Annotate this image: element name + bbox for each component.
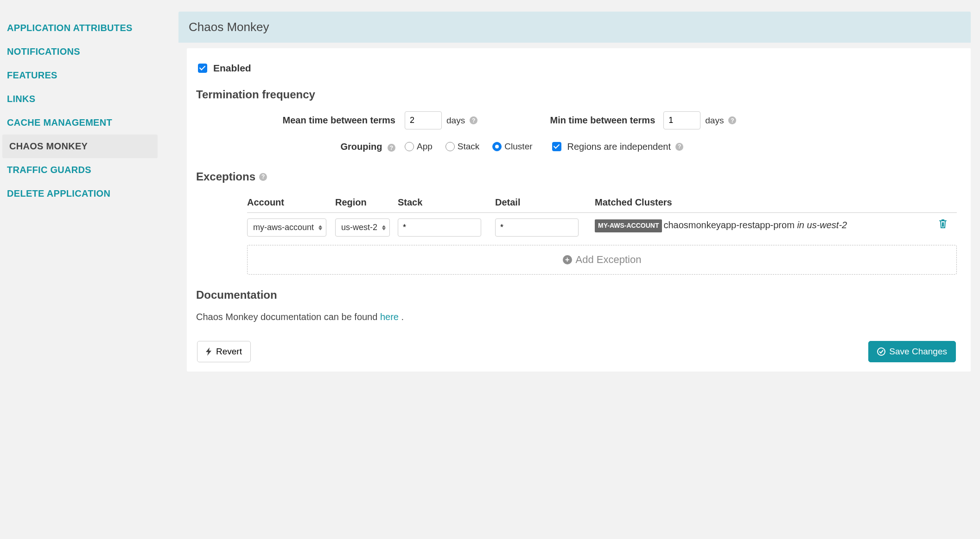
termination-frequency-heading: Termination frequency xyxy=(196,88,957,101)
sidebar-item-links[interactable]: LINKS xyxy=(0,87,169,111)
exception-row: my-aws-account us-west-2 xyxy=(247,213,957,242)
documentation-text: Chaos Monkey documentation can be found … xyxy=(196,312,957,322)
sidebar-item-features[interactable]: FEATURES xyxy=(0,64,169,87)
grouping-radio-stack[interactable]: Stack xyxy=(445,141,480,152)
grouping-radio-cluster[interactable]: Cluster xyxy=(492,141,532,152)
exceptions-table-header: Account Region Stack Detail Matched Clus… xyxy=(247,193,957,213)
regions-independent-label: Regions are independent xyxy=(567,141,671,152)
radio-icon xyxy=(405,142,414,151)
matched-clusters-text: MY-AWS-ACCOUNTchaosmonkeyapp-restapp-pro… xyxy=(595,218,934,232)
sidebar-item-notifications[interactable]: NOTIFICATIONS xyxy=(0,40,169,64)
radio-icon xyxy=(492,142,502,151)
radio-icon xyxy=(445,142,455,151)
sidebar-item-delete-application[interactable]: DELETE APPLICATION xyxy=(0,182,169,205)
grouping-radio-app[interactable]: App xyxy=(405,141,433,152)
question-icon[interactable]: ? xyxy=(675,143,683,151)
min-time-label: Min time between terms xyxy=(550,115,655,126)
revert-button[interactable]: Revert xyxy=(197,341,251,362)
documentation-heading: Documentation xyxy=(196,289,957,302)
trash-icon[interactable] xyxy=(938,218,952,229)
question-icon[interactable]: ? xyxy=(388,144,395,152)
sort-icon xyxy=(318,225,322,230)
question-icon[interactable]: ? xyxy=(728,116,736,124)
mean-time-unit: days xyxy=(446,116,465,126)
save-changes-button[interactable]: Save Changes xyxy=(868,341,956,362)
exceptions-heading: Exceptions xyxy=(196,170,255,183)
regions-independent-checkbox[interactable] xyxy=(552,142,561,151)
stack-input[interactable] xyxy=(398,218,481,237)
sidebar-item-chaos-monkey[interactable]: CHAOS MONKEY xyxy=(2,135,158,158)
mean-time-label: Mean time between terms xyxy=(247,115,395,126)
sidebar: APPLICATION ATTRIBUTES NOTIFICATIONS FEA… xyxy=(0,12,169,372)
svg-point-0 xyxy=(878,348,885,355)
col-stack: Stack xyxy=(398,197,495,208)
sidebar-item-traffic-guards[interactable]: TRAFFIC GUARDS xyxy=(0,158,169,182)
sidebar-item-cache-management[interactable]: CACHE MANAGEMENT xyxy=(0,111,169,135)
sort-icon xyxy=(382,225,386,230)
enabled-checkbox[interactable] xyxy=(198,64,207,73)
add-exception-button[interactable]: + Add Exception xyxy=(247,245,957,275)
mean-time-input[interactable] xyxy=(405,111,442,129)
col-region: Region xyxy=(335,197,398,208)
col-account: Account xyxy=(247,197,335,208)
min-time-unit: days xyxy=(705,116,724,126)
col-detail: Detail xyxy=(495,197,595,208)
detail-input[interactable] xyxy=(495,218,579,237)
documentation-link[interactable]: here xyxy=(380,312,399,322)
panel-title: Chaos Monkey xyxy=(178,12,971,43)
question-icon[interactable]: ? xyxy=(259,173,267,181)
region-select[interactable]: us-west-2 xyxy=(335,218,390,237)
lightning-icon xyxy=(206,347,212,356)
col-matched: Matched Clusters xyxy=(595,197,938,208)
plus-icon: + xyxy=(563,255,572,264)
account-select[interactable]: my-aws-account xyxy=(247,218,326,237)
sidebar-item-application-attributes[interactable]: APPLICATION ATTRIBUTES xyxy=(0,16,169,40)
enabled-label: Enabled xyxy=(213,63,251,74)
question-icon[interactable]: ? xyxy=(470,116,477,124)
min-time-input[interactable] xyxy=(663,111,700,129)
grouping-label: Grouping xyxy=(340,141,382,152)
check-circle-icon xyxy=(877,347,885,356)
account-badge: MY-AWS-ACCOUNT xyxy=(595,219,662,232)
